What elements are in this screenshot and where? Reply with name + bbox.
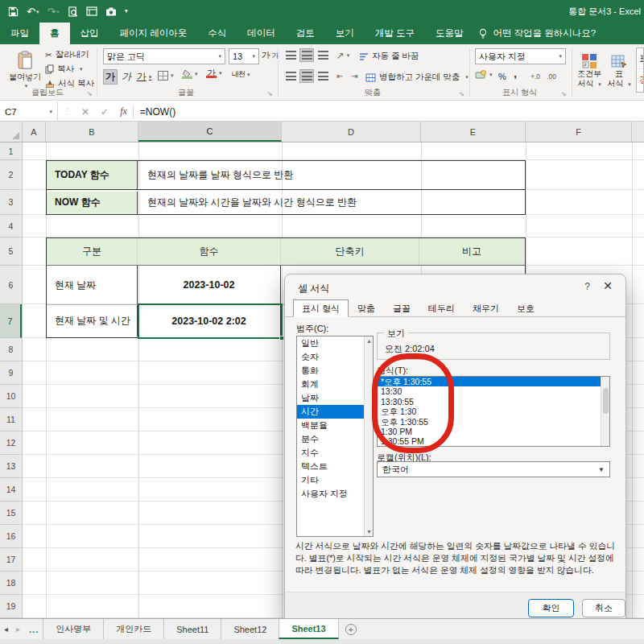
undo-dropdown-icon[interactable]: ▾ [36,9,39,14]
conditional-formatting-button[interactable]: ≠ 조건부서식 ▾ [575,47,604,95]
ribbon-tab-보기[interactable]: 보기 [325,23,365,44]
print-preview-icon[interactable] [68,6,78,17]
column-header-F[interactable]: F [526,122,632,142]
align-middle-button[interactable] [299,48,314,62]
fill-color-dropdown-icon[interactable]: ▾ [195,71,198,77]
category-item-텍스트[interactable]: 텍스트 [297,460,365,473]
category-item-백분율[interactable]: 백분율 [297,419,365,432]
italic-button[interactable]: 가 [120,69,133,85]
row-header-2[interactable]: 2 [0,160,22,190]
font-name-dropdown-icon[interactable]: ▾ [218,53,221,60]
sheet-nav-more[interactable]: ... [24,619,43,639]
fill-color-button[interactable]: ▾ [182,69,198,79]
accounting-dropdown-icon[interactable]: ▾ [489,72,493,78]
sheet-tab-인사명부[interactable]: 인사명부 [43,619,104,639]
copy-dropdown-icon[interactable]: ▾ [80,66,83,72]
row-header-16[interactable]: 16 [0,525,22,548]
category-scrollbar[interactable]: ▲ ▼ [364,336,373,536]
orientation-dropdown-icon[interactable]: ▾ [347,52,350,59]
row-header-1[interactable]: 1 [0,142,22,160]
name-box-dropdown-icon[interactable]: ▾ [49,109,52,115]
dialog-tab-표시 형식[interactable]: 표시 형식 [293,299,349,317]
align-left-button[interactable] [283,69,298,83]
header-gubun[interactable]: 구분 [47,238,138,265]
cell-c3[interactable]: 현재의 날짜와 시간을 날짜와 시간 형식으로 반환 [138,192,525,214]
sheet-tab-Sheet13[interactable]: Sheet13 [279,619,338,639]
ribbon-tab-도움말[interactable]: 도움말 [425,23,474,44]
header-danchukki[interactable]: 단축키 [281,238,419,265]
category-item-기타[interactable]: 기타 [297,473,365,487]
cell-b3[interactable]: NOW 함수 [47,192,138,214]
category-list[interactable]: ▲ ▼ 일반숫자통화회계날짜시간백분율분수지수텍스트기타사용자 지정 [296,336,374,537]
locale-combo[interactable]: 한국어 ▼ [377,461,610,477]
camera-icon[interactable] [105,7,117,16]
select-all-button[interactable] [0,122,23,142]
copy-button[interactable]: 복사▾ [45,64,83,75]
merge-center-button[interactable]: 병합하고 가운데 맞춤▾ [365,72,469,83]
font-dialog-launcher-icon[interactable]: ⇘ [267,90,273,97]
column-header-E[interactable]: E [421,122,526,142]
phonetic-button[interactable]: 내천▾ [232,69,250,80]
row-header-9[interactable]: 9 [0,361,22,385]
row-header-13[interactable]: 13 [0,455,22,478]
align-top-button[interactable] [283,48,298,62]
category-item-시간[interactable]: 시간 [297,405,365,419]
font-color-button[interactable]: 가 ▾ [206,68,222,78]
cell-styles-gallery[interactable]: 표 경 [636,47,644,93]
dialog-help-button[interactable]: ? [584,281,590,292]
conditional-dropdown-icon[interactable]: ▾ [598,81,601,87]
align-center-button[interactable] [299,69,314,83]
cell-style-normal[interactable]: 표 [637,48,643,69]
number-dialog-launcher-icon[interactable]: ⇘ [561,90,567,97]
scroll-up-icon[interactable]: ▲ [365,336,374,345]
dialog-tab-채우기[interactable]: 채우기 [464,299,508,317]
ok-button[interactable]: 확인 [528,599,574,617]
header-bigo[interactable]: 비고 [419,238,524,265]
ribbon-tab-검토[interactable]: 검토 [286,23,325,44]
category-item-날짜[interactable]: 날짜 [297,391,365,405]
increase-decimal-button[interactable]: +.0 [528,70,543,82]
dialog-tab-테두리[interactable]: 테두리 [419,299,464,317]
cell-b7[interactable]: 현재 날짜 및 시간 [47,305,138,336]
row-header-12[interactable]: 12 [0,431,22,455]
category-item-지수[interactable]: 지수 [297,446,365,460]
ribbon-tab-데이터[interactable]: 데이터 [237,23,286,44]
merge-dropdown-icon[interactable]: ▾ [465,74,469,80]
format-as-table-button[interactable]: 표서식 ▾ [605,47,633,95]
cut-button[interactable]: ✂잘라내기 [45,49,89,60]
column-header-A[interactable]: A [23,122,46,142]
ribbon-tab-페이지 레이아웃[interactable]: 페이지 레이아웃 [109,23,198,44]
font-name-combo[interactable]: 맑은 고딕▾ [103,48,225,64]
sheet-tab-Sheet12[interactable]: Sheet12 [221,619,279,639]
row-header-10[interactable]: 10 [0,385,22,408]
cell-c6[interactable]: 2023-10-02 [138,266,281,304]
bold-button[interactable]: 가 [103,69,118,85]
phonetic-dropdown-icon[interactable]: ▾ [247,72,250,78]
cell-b6[interactable]: 현재 날짜 [47,266,138,304]
row-header-11[interactable]: 11 [0,408,22,431]
sheet-tab-Sheet11[interactable]: Sheet11 [163,619,221,639]
ribbon-tab-삽입[interactable]: 삽입 [70,23,109,44]
scroll-down-icon[interactable]: ▼ [365,527,374,536]
dialog-close-icon[interactable]: ✕ [603,279,613,292]
category-item-사용자 지정[interactable]: 사용자 지정 [297,487,365,501]
row-header-19[interactable]: 19 [0,595,22,618]
category-item-숫자[interactable]: 숫자 [297,350,365,364]
formula-input[interactable]: =NOW() [134,106,175,118]
category-item-회계[interactable]: 회계 [297,378,365,391]
dialog-tab-글꼴[interactable]: 글꼴 [384,299,419,317]
ribbon-tab-파일[interactable]: 파일 [0,23,39,44]
row-header-6[interactable]: 6 [0,266,22,304]
font-size-dropdown-icon[interactable]: ▾ [252,53,255,60]
locale-chevron-icon[interactable]: ▼ [595,464,608,475]
table-style-dropdown-icon[interactable]: ▾ [628,81,631,87]
cell-c2[interactable]: 현재의 날짜를 날짜 형식으로 반환 [138,161,525,189]
confirm-entry-icon[interactable]: ✓ [95,106,114,118]
align-bottom-button[interactable] [316,48,330,62]
undo-icon[interactable]: ↶▾ [27,6,39,17]
clipboard-dialog-launcher-icon[interactable]: ⇘ [87,90,93,97]
decrease-indent-button[interactable]: ⇤ [333,69,347,83]
grow-font-button[interactable]: 가 [261,49,270,61]
ribbon-tab-개발 도구[interactable]: 개발 도구 [365,23,425,44]
underline-dropdown-icon[interactable]: ▾ [149,74,152,80]
